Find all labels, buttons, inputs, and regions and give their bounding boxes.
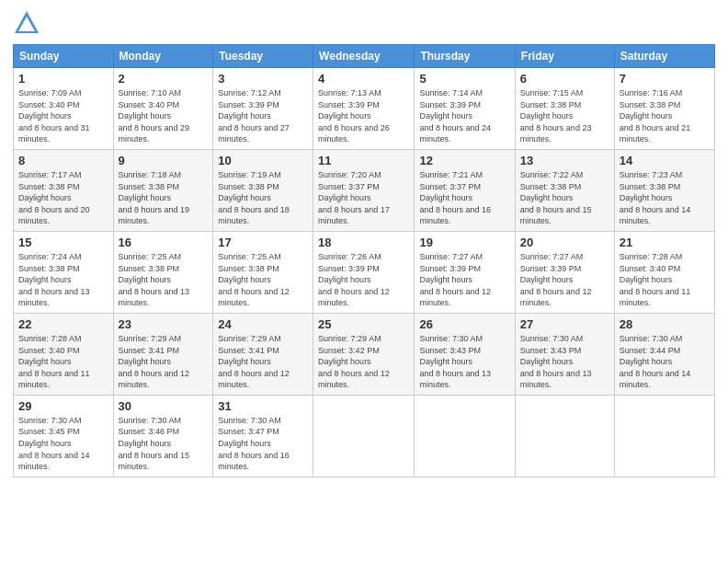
daylight-label: Daylight hours <box>620 357 673 366</box>
daylight-label: Daylight hours <box>18 275 72 284</box>
day-number: 29 <box>18 399 108 413</box>
sunset-label: Sunset: 3:41 PM <box>119 346 180 355</box>
day-number: 1 <box>18 72 108 86</box>
daylight-duration: and 8 hours and 11 minutes. <box>620 287 691 308</box>
sunset-label: Sunset: 3:38 PM <box>119 264 180 273</box>
sunrise-label: Sunrise: 7:26 AM <box>318 252 381 261</box>
calendar-cell: 26 Sunrise: 7:30 AM Sunset: 3:43 PM Dayl… <box>415 313 515 395</box>
calendar-cell: 20 Sunrise: 7:27 AM Sunset: 3:39 PM Dayl… <box>515 231 614 313</box>
daylight-label: Daylight hours <box>318 357 371 366</box>
daylight-label: Daylight hours <box>419 111 472 121</box>
daylight-label: Daylight hours <box>318 111 371 121</box>
day-info: Sunrise: 7:28 AM Sunset: 3:40 PM Dayligh… <box>18 333 108 391</box>
day-number: 26 <box>419 317 509 331</box>
sunrise-label: Sunrise: 7:30 AM <box>419 334 483 343</box>
day-number: 10 <box>218 154 308 167</box>
day-info: Sunrise: 7:10 AM Sunset: 3:40 PM Dayligh… <box>119 87 209 145</box>
day-header-thursday: Thursday <box>415 45 515 68</box>
calendar-cell: 13 Sunrise: 7:22 AM Sunset: 3:38 PM Dayl… <box>515 149 614 231</box>
day-info: Sunrise: 7:30 AM Sunset: 3:43 PM Dayligh… <box>419 333 509 391</box>
daylight-duration: and 8 hours and 12 minutes. <box>419 287 491 308</box>
day-number: 5 <box>419 72 509 86</box>
calendar-cell: 12 Sunrise: 7:21 AM Sunset: 3:37 PM Dayl… <box>415 149 515 231</box>
sunset-label: Sunset: 3:38 PM <box>18 264 80 273</box>
page-header <box>13 9 715 37</box>
daylight-label: Daylight hours <box>218 439 271 448</box>
day-info: Sunrise: 7:29 AM Sunset: 3:41 PM Dayligh… <box>218 333 308 391</box>
calendar-cell: 4 Sunrise: 7:13 AM Sunset: 3:39 PM Dayli… <box>313 68 415 150</box>
daylight-duration: and 8 hours and 20 minutes. <box>18 205 90 226</box>
daylight-duration: and 8 hours and 12 minutes. <box>218 287 290 308</box>
daylight-label: Daylight hours <box>318 193 371 202</box>
daylight-label: Daylight hours <box>218 111 271 121</box>
sunrise-label: Sunrise: 7:09 AM <box>18 88 82 98</box>
day-header-saturday: Saturday <box>614 45 714 68</box>
sunset-label: Sunset: 3:42 PM <box>318 346 380 355</box>
sunrise-label: Sunrise: 7:24 AM <box>18 252 82 261</box>
daylight-duration: and 8 hours and 19 minutes. <box>119 205 190 226</box>
sunset-label: Sunset: 3:39 PM <box>520 264 582 273</box>
daylight-label: Daylight hours <box>18 193 72 202</box>
day-info: Sunrise: 7:21 AM Sunset: 3:37 PM Dayligh… <box>419 169 509 227</box>
sunrise-label: Sunrise: 7:18 AM <box>119 170 182 179</box>
calendar-week-1: 1 Sunrise: 7:09 AM Sunset: 3:40 PM Dayli… <box>14 68 715 150</box>
day-number: 21 <box>620 236 710 249</box>
day-info: Sunrise: 7:27 AM Sunset: 3:39 PM Dayligh… <box>520 251 609 309</box>
sunrise-label: Sunrise: 7:19 AM <box>218 170 281 179</box>
daylight-duration: and 8 hours and 11 minutes. <box>18 369 90 390</box>
day-number: 11 <box>318 154 409 167</box>
calendar-cell: 17 Sunrise: 7:25 AM Sunset: 3:38 PM Dayl… <box>213 231 313 313</box>
daylight-duration: and 8 hours and 14 minutes. <box>620 369 691 390</box>
day-info: Sunrise: 7:24 AM Sunset: 3:38 PM Dayligh… <box>18 251 108 309</box>
day-number: 7 <box>620 72 710 86</box>
calendar-cell: 28 Sunrise: 7:30 AM Sunset: 3:44 PM Dayl… <box>614 313 714 395</box>
calendar-cell: 14 Sunrise: 7:23 AM Sunset: 3:38 PM Dayl… <box>614 149 714 231</box>
day-number: 6 <box>520 72 609 86</box>
day-number: 4 <box>318 72 409 86</box>
sunset-label: Sunset: 3:38 PM <box>620 100 681 109</box>
day-number: 20 <box>520 236 609 249</box>
sunset-label: Sunset: 3:40 PM <box>18 100 80 109</box>
day-header-wednesday: Wednesday <box>313 45 415 68</box>
sunset-label: Sunset: 3:45 PM <box>18 427 80 436</box>
day-info: Sunrise: 7:27 AM Sunset: 3:39 PM Dayligh… <box>419 251 509 309</box>
sunrise-label: Sunrise: 7:17 AM <box>18 170 82 179</box>
daylight-duration: and 8 hours and 14 minutes. <box>18 451 90 472</box>
day-number: 12 <box>419 154 509 167</box>
calendar-cell: 30 Sunrise: 7:30 AM Sunset: 3:46 PM Dayl… <box>113 395 213 477</box>
sunset-label: Sunset: 3:38 PM <box>119 182 180 191</box>
daylight-duration: and 8 hours and 12 minutes. <box>318 287 390 308</box>
daylight-duration: and 8 hours and 13 minutes. <box>18 287 90 308</box>
sunrise-label: Sunrise: 7:28 AM <box>18 334 82 343</box>
day-number: 28 <box>620 317 710 331</box>
day-number: 23 <box>119 317 209 331</box>
daylight-duration: and 8 hours and 12 minutes. <box>218 369 290 390</box>
day-info: Sunrise: 7:23 AM Sunset: 3:38 PM Dayligh… <box>620 169 710 227</box>
calendar-cell: 5 Sunrise: 7:14 AM Sunset: 3:39 PM Dayli… <box>415 68 515 150</box>
day-info: Sunrise: 7:19 AM Sunset: 3:38 PM Dayligh… <box>218 169 308 227</box>
daylight-duration: and 8 hours and 31 minutes. <box>18 123 90 144</box>
daylight-label: Daylight hours <box>520 357 574 366</box>
day-info: Sunrise: 7:09 AM Sunset: 3:40 PM Dayligh… <box>18 87 108 145</box>
daylight-label: Daylight hours <box>119 193 172 202</box>
calendar-cell: 21 Sunrise: 7:28 AM Sunset: 3:40 PM Dayl… <box>614 231 714 313</box>
calendar-cell: 10 Sunrise: 7:19 AM Sunset: 3:38 PM Dayl… <box>213 149 313 231</box>
daylight-duration: and 8 hours and 13 minutes. <box>419 369 491 390</box>
day-header-tuesday: Tuesday <box>213 45 313 68</box>
day-info: Sunrise: 7:25 AM Sunset: 3:38 PM Dayligh… <box>119 251 209 309</box>
day-number: 13 <box>520 154 609 167</box>
calendar-cell <box>415 395 515 477</box>
day-number: 16 <box>119 236 209 249</box>
sunrise-label: Sunrise: 7:15 AM <box>520 88 584 98</box>
daylight-duration: and 8 hours and 12 minutes. <box>520 287 592 308</box>
sunset-label: Sunset: 3:46 PM <box>119 427 180 436</box>
daylight-label: Daylight hours <box>520 275 574 284</box>
day-info: Sunrise: 7:20 AM Sunset: 3:37 PM Dayligh… <box>318 169 409 227</box>
day-info: Sunrise: 7:17 AM Sunset: 3:38 PM Dayligh… <box>18 169 108 227</box>
calendar-cell: 19 Sunrise: 7:27 AM Sunset: 3:39 PM Dayl… <box>415 231 515 313</box>
daylight-label: Daylight hours <box>419 275 472 284</box>
daylight-duration: and 8 hours and 15 minutes. <box>520 205 592 226</box>
sunset-label: Sunset: 3:40 PM <box>620 264 681 273</box>
sunset-label: Sunset: 3:41 PM <box>218 346 279 355</box>
sunrise-label: Sunrise: 7:21 AM <box>419 170 483 179</box>
